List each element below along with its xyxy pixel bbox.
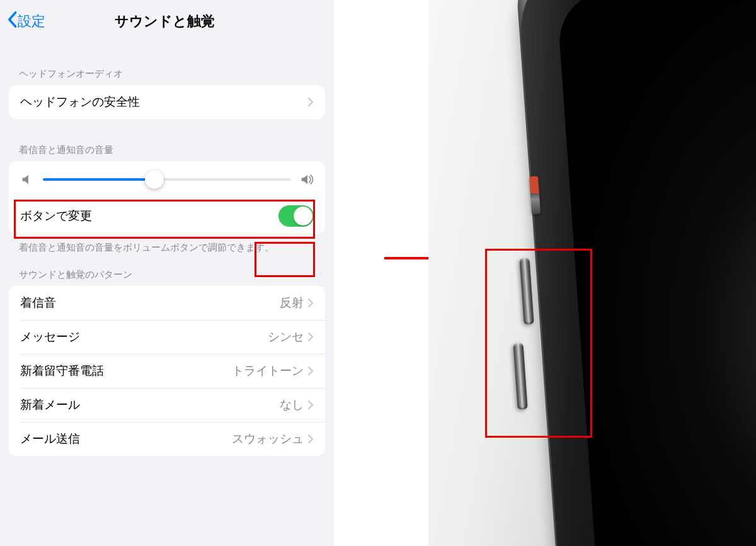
chevron-right-icon	[307, 400, 314, 410]
section-header-patterns: サウンドと触覚のパターン	[0, 269, 334, 286]
row-pattern[interactable]: メッセージシンセ	[9, 320, 325, 354]
group-volume: ボタンで変更	[9, 161, 325, 234]
volume-slider[interactable]	[43, 178, 291, 181]
chevron-right-icon	[307, 366, 314, 376]
volume-up-button	[519, 258, 534, 325]
right-panel	[334, 0, 756, 546]
row-label: 着信音	[20, 295, 280, 311]
volume-slider-row	[9, 161, 325, 198]
row-value: シンセ	[268, 329, 304, 345]
group-headphone: ヘッドフォンの安全性	[9, 85, 325, 119]
phone-photo	[428, 0, 756, 546]
change-with-buttons-toggle[interactable]	[278, 205, 314, 227]
group-patterns: 着信音反射メッセージシンセ新着留守番電話トライトーン新着メールなしメール送信スウ…	[9, 286, 325, 456]
row-change-with-buttons: ボタンで変更	[9, 198, 325, 234]
row-label: メッセージ	[20, 329, 268, 345]
row-label: 新着留守番電話	[20, 363, 232, 379]
slider-thumb[interactable]	[145, 170, 164, 189]
chevron-right-icon	[307, 97, 314, 107]
row-pattern[interactable]: 新着メールなし	[9, 388, 325, 422]
slider-fill	[43, 178, 154, 181]
volume-footer-text: 着信音と通知音の音量をボリュームボタンで調節できます。	[0, 234, 334, 255]
row-label: ヘッドフォンの安全性	[20, 94, 307, 110]
phone-screen	[556, 0, 756, 546]
chevron-right-icon	[307, 332, 314, 342]
row-label: 新着メール	[20, 397, 280, 413]
row-value: なし	[280, 397, 304, 413]
chevron-right-icon	[307, 298, 314, 308]
toggle-knob	[294, 207, 312, 225]
phone-body	[516, 0, 756, 546]
volume-down-button	[513, 343, 527, 410]
speaker-high-icon	[300, 173, 314, 186]
row-value: スウォッシュ	[232, 431, 304, 447]
settings-screen: 設定 サウンドと触覚 ヘッドフォンオーディオ ヘッドフォンの安全性 着信音と通知…	[0, 0, 334, 546]
nav-bar: 設定 サウンドと触覚	[0, 0, 334, 43]
row-pattern[interactable]: 新着留守番電話トライトーン	[9, 354, 325, 388]
page-title: サウンドと触覚	[1, 12, 328, 31]
speaker-low-icon	[20, 173, 34, 186]
row-value: 反射	[280, 295, 304, 311]
row-label: メール送信	[20, 431, 232, 447]
row-headphone-safety[interactable]: ヘッドフォンの安全性	[9, 85, 325, 119]
chevron-right-icon	[307, 434, 314, 444]
row-pattern[interactable]: 着信音反射	[9, 286, 325, 320]
section-header-headphone: ヘッドフォンオーディオ	[0, 68, 334, 85]
toggle-label: ボタンで変更	[20, 208, 278, 224]
row-value: トライトーン	[232, 363, 304, 379]
section-header-volume: 着信音と通知音の音量	[0, 144, 334, 161]
row-pattern[interactable]: メール送信スウォッシュ	[9, 422, 325, 456]
